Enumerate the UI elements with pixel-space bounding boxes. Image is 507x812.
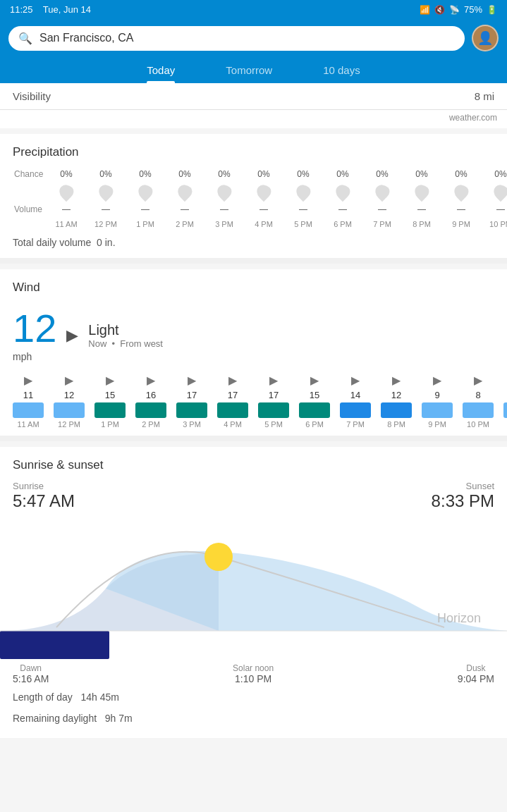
wind-scroll[interactable]: ▶1111 AM▶1212 PM▶151 PM▶162 PM▶173 PM▶17… — [0, 374, 507, 429]
signal-icon: 📶 — [420, 5, 430, 15]
wind-col-speed: 16 — [146, 390, 156, 400]
wind-col-arrow: ▶ — [474, 374, 482, 387]
wind-col-speed: 17 — [269, 390, 279, 400]
wind-col-arrow: ▶ — [147, 374, 155, 387]
remaining-daylight-row: Remaining daylight 9h 7m — [0, 706, 507, 727]
wind-col-time: 9 PM — [428, 420, 446, 429]
precipitation-title: Precipitation — [0, 145, 507, 168]
wind-col-arrow: ▶ — [433, 374, 441, 387]
wind-col-speed: 12 — [64, 390, 74, 400]
precip-volume: — — [47, 203, 86, 216]
precip-chance: 0% — [204, 168, 244, 180]
tab-tomorrow[interactable]: Tomorrow — [200, 57, 298, 83]
wind-col-time: 2 PM — [142, 420, 160, 429]
search-icon: 🔍 — [18, 32, 32, 45]
status-icons: 📶 🔇 📡 75% 🔋 — [420, 4, 497, 15]
wind-col-bar — [13, 402, 44, 418]
wind-col-speed: 14 — [350, 390, 360, 400]
wifi-icon: 📡 — [449, 5, 460, 15]
wind-col: ▶175 PM — [254, 374, 293, 429]
precip-time: 12 PM — [86, 219, 126, 230]
wind-col: ▶810 PM — [458, 374, 498, 429]
status-bar: 11:25 Tue, Jun 14 📶 🔇 📡 75% 🔋 — [0, 0, 507, 19]
tab-bar: Today Tomorrow 10 days — [0, 57, 507, 83]
wind-col-bar — [299, 402, 330, 418]
wind-col-bar — [54, 402, 85, 418]
sun-times-row: Sunrise 5:47 AM Sunset 8:33 PM — [0, 481, 507, 518]
precip-rain-icon — [204, 183, 244, 200]
precip-volume: — — [244, 203, 283, 216]
svg-rect-0 — [0, 631, 109, 659]
search-value: San Francisco, CA — [39, 32, 455, 44]
wind-col-speed: 17 — [187, 390, 197, 400]
attribution: weather.com — [0, 110, 507, 128]
wind-title: Wind — [0, 281, 507, 303]
precip-volume: — — [481, 203, 507, 216]
sunset-label: Sunset — [432, 481, 494, 491]
chance-label: Chance — [10, 169, 47, 179]
precip-chance: 0% — [402, 168, 441, 180]
wind-col: ▶147 PM — [336, 374, 375, 429]
volume-label: Volume — [10, 204, 47, 214]
wind-col-speed: 15 — [310, 390, 319, 400]
wind-col-arrow: ▶ — [24, 374, 32, 387]
precip-chance: 0% — [362, 168, 402, 180]
avatar[interactable]: 👤 — [472, 25, 499, 51]
visibility-value: 8 mi — [475, 90, 494, 102]
wind-col-time: 1 PM — [101, 420, 119, 429]
precip-rain-icon — [362, 183, 402, 200]
precip-volume: — — [126, 203, 165, 216]
precip-chance: 0% — [86, 168, 126, 180]
visibility-label: Visibility — [13, 90, 51, 102]
wind-direction-arrow: ▶ — [66, 326, 78, 345]
search-field[interactable]: 🔍 San Francisco, CA — [8, 26, 465, 51]
precip-time: 3 PM — [204, 219, 244, 230]
precip-chance: 0% — [481, 168, 507, 180]
total-volume-value: 0 in. — [97, 237, 115, 248]
tab-today[interactable]: Today — [121, 57, 200, 83]
precip-chance: 0% — [244, 168, 283, 180]
precip-time: 2 PM — [165, 219, 204, 230]
wind-col-bar — [503, 402, 507, 418]
precip-time: 1 PM — [126, 219, 165, 230]
precip-time: 10 PM — [481, 219, 507, 230]
length-of-day-row: Length of day 14h 45m — [0, 684, 507, 706]
wind-main: 12 mph ▶ Light Now • From west — [0, 303, 507, 374]
precipitation-scroll[interactable]: Chance 0%0%0%0%0%0%0%0%0%0%0%0%0%0%10% V… — [0, 168, 507, 230]
wind-speed: 12 — [13, 309, 56, 348]
battery-level: 75% — [464, 4, 482, 15]
wind-col-time: 12 PM — [58, 420, 80, 429]
wind-col-speed: 17 — [228, 390, 238, 400]
wind-col-time: 7 PM — [346, 420, 365, 429]
sunset-block: Sunset 8:33 PM — [432, 481, 494, 511]
wind-col-speed: 12 — [391, 390, 401, 400]
precip-volume: — — [165, 203, 204, 216]
precipitation-section: Precipitation Chance 0%0%0%0%0%0%0%0%0%0… — [0, 134, 507, 258]
wind-col-bar — [217, 402, 248, 418]
dawn-block: Dawn 5:16 AM — [13, 663, 49, 684]
svg-text:Horizon: Horizon — [437, 611, 481, 625]
sunrise-label: Sunrise — [13, 481, 75, 491]
tab-10days[interactable]: 10 days — [298, 57, 386, 83]
wind-col-bar — [381, 402, 412, 418]
precip-chance: 0% — [323, 168, 362, 180]
wind-col-arrow: ▶ — [188, 374, 196, 387]
precip-volume: — — [323, 203, 362, 216]
dusk-label: Dusk — [466, 663, 485, 673]
wind-col-arrow: ▶ — [228, 374, 237, 387]
precip-chance: 0% — [283, 168, 323, 180]
wind-col-bar — [258, 402, 289, 418]
precip-rain-icon — [441, 183, 481, 200]
solar-noon-time: 1:10 PM — [235, 673, 271, 684]
wind-col-bar — [176, 402, 207, 418]
wind-col-arrow: ▶ — [106, 374, 114, 387]
wind-col-time: 6 PM — [305, 420, 324, 429]
wind-col-time: 8 PM — [387, 420, 405, 429]
precip-rain-icon — [244, 183, 283, 200]
sun-arc-container: Horizon — [0, 518, 507, 659]
dawn-label: Dawn — [20, 663, 42, 673]
precip-chance: 0% — [47, 168, 86, 180]
wind-col-bar — [94, 402, 126, 418]
visibility-row: Visibility 8 mi — [0, 83, 507, 110]
wind-col: ▶1212 PM — [49, 374, 89, 429]
